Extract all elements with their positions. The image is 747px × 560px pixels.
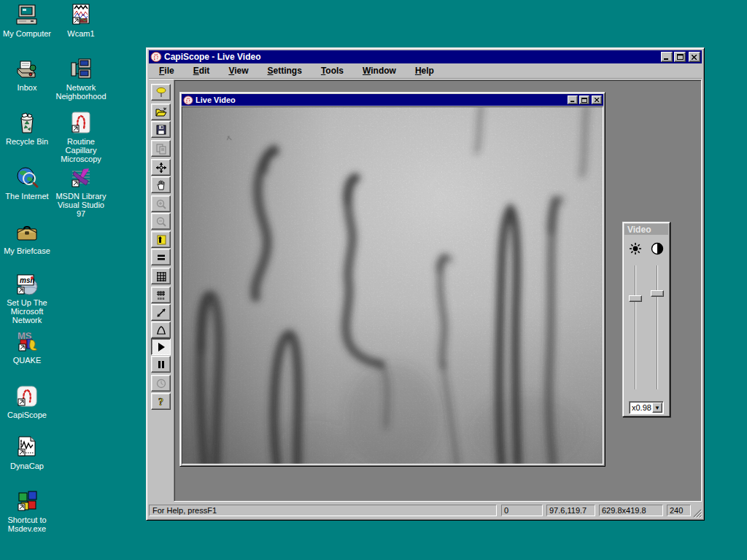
brightness-slider-track[interactable] — [635, 265, 636, 389]
zoom-out-button — [151, 213, 171, 230]
grid-button[interactable] — [151, 268, 171, 284]
resize-grip[interactable] — [692, 508, 702, 518]
window-title: CapiScope - Live Video — [164, 52, 659, 62]
open-folder-icon — [155, 106, 167, 118]
live-video-window: Live Video — [179, 92, 605, 467]
contrast-icon — [651, 242, 664, 255]
child-close-button[interactable] — [592, 96, 602, 104]
menu-edit[interactable]: Edit — [189, 64, 214, 77]
pause-icon — [155, 359, 167, 370]
desktop-icon-label: Wcam1 — [55, 29, 107, 38]
desktop-icon-capiscope[interactable]: CapiScope — [1, 384, 53, 419]
desktop-icon-label: Routine Capillary Microscopy — [55, 137, 107, 163]
desktop-icon-the-internet[interactable]: The Internet — [1, 166, 53, 201]
video-palette-titlebar[interactable]: Video — [624, 224, 668, 235]
statusbar: For Help, pressF1 0 97.6,119.7 629.8x419… — [149, 503, 702, 518]
status-panel-size: 629.8x419.8 — [599, 505, 663, 516]
child-maximize-button[interactable] — [579, 96, 589, 104]
contrast-slider[interactable] — [650, 265, 665, 389]
desktop-icon-label: MSDN Library Visual Studio 97 — [55, 192, 107, 218]
menu-help[interactable]: Help — [411, 64, 438, 77]
maximize-button[interactable] — [674, 52, 686, 62]
copy-button — [151, 140, 171, 157]
measure-line-icon — [155, 307, 167, 319]
child-minimize-button[interactable] — [568, 96, 578, 104]
dynacap-icon — [15, 435, 39, 460]
save-button[interactable] — [151, 121, 171, 138]
video-palette-title: Video — [627, 225, 651, 235]
video-palette: Video — [622, 222, 670, 417]
live-video-titlebar[interactable]: Live Video — [182, 94, 603, 106]
status-panel-position: 97.6,119.7 — [546, 505, 595, 516]
desktop-icon-label: Network Neighborhood — [55, 83, 107, 101]
contrast-slider-track[interactable] — [657, 265, 658, 389]
desktop-icon-label: Set Up The Microsoft Network — [1, 298, 53, 324]
zoom-out-icon — [155, 216, 167, 228]
video-zoom-select[interactable]: x0.98 ▼ — [629, 401, 664, 414]
menu-tools[interactable]: Tools — [317, 64, 348, 77]
desktop-icon-msdev-shortcut[interactable]: Shortcut to Msdev.exe — [1, 489, 53, 533]
measure-line-button[interactable] — [151, 304, 171, 321]
menu-file[interactable]: File — [155, 64, 179, 77]
live-video-icon — [183, 96, 193, 105]
desktop: { "colors": { "desktop": "#008080", "tit… — [0, 0, 747, 560]
open-button[interactable] — [151, 104, 171, 120]
contrast-slider-thumb[interactable] — [651, 290, 664, 297]
chevron-down-icon[interactable]: ▼ — [652, 402, 662, 413]
equals-button[interactable] — [151, 249, 171, 265]
desktop-icon-msdn-library[interactable]: MSDN Library Visual Studio 97 — [55, 166, 107, 218]
desktop-icon-network-neighborhood[interactable]: Network Neighborhood — [55, 57, 107, 101]
brightness-slider[interactable] — [628, 265, 643, 389]
desktop-icon-inbox[interactable]: Inbox — [1, 57, 53, 92]
pan-button[interactable] — [151, 176, 171, 193]
menu-window[interactable]: Window — [358, 64, 400, 77]
app-icon — [150, 52, 162, 62]
mdi-workspace: Live Video — [174, 79, 702, 502]
curve-button[interactable] — [151, 322, 171, 338]
my-briefcase-icon — [15, 220, 39, 245]
desktop-icon-recycle-bin[interactable]: Recycle Bin — [1, 111, 53, 146]
zoom-in-icon — [155, 198, 167, 210]
close-button[interactable] — [689, 52, 700, 62]
grid-icon — [155, 271, 167, 282]
desktop-icon-label: CapiScope — [1, 411, 53, 419]
live-video-feed — [182, 106, 603, 464]
pause-button[interactable] — [151, 356, 171, 373]
menu-settings[interactable]: Settings — [263, 64, 306, 77]
desktop-icon-label: My Computer — [1, 29, 53, 38]
menu-view[interactable]: View — [224, 64, 252, 77]
help-icon: ? — [155, 396, 167, 408]
setup-msn-icon: msn — [15, 272, 39, 297]
curve-icon — [155, 324, 167, 336]
desktop-icon-my-briefcase[interactable]: My Briefcase — [1, 220, 53, 255]
minimize-button[interactable] — [661, 52, 673, 62]
desktop-icon-dynacap[interactable]: DynaCap — [1, 435, 53, 470]
desktop-icon-routine-capillary-microscopy[interactable]: Routine Capillary Microscopy — [55, 111, 107, 163]
routine-capillary-microscopy-icon — [69, 111, 93, 136]
my-computer-icon — [15, 3, 39, 28]
desktop-icon-wcam1[interactable]: Wcam1 — [55, 3, 107, 38]
desktop-icon-setup-msn[interactable]: msn Set Up The Microsoft Network — [1, 272, 53, 324]
desktop-icon-my-computer[interactable]: My Computer — [1, 3, 53, 38]
menubar: File Edit View Settings Tools Window Hel… — [149, 63, 702, 79]
desktop-icon-label: DynaCap — [1, 462, 53, 470]
capture-button[interactable] — [151, 231, 171, 248]
brightness-icon — [629, 242, 642, 255]
fine-grid-icon — [155, 289, 167, 301]
brightness-slider-thumb[interactable] — [629, 295, 642, 302]
copy-icon — [155, 143, 167, 155]
desktop-icon-label: The Internet — [1, 192, 53, 201]
help-button[interactable]: ? — [151, 393, 171, 410]
main-window: CapiScope - Live Video File Edit View Se… — [146, 47, 705, 521]
main-titlebar[interactable]: CapiScope - Live Video — [149, 50, 702, 63]
fine-grid-button[interactable] — [151, 287, 171, 303]
pin-button[interactable] — [151, 84, 171, 101]
desktop-icon-label: Inbox — [1, 83, 53, 92]
desktop-icon-quake[interactable]: MS QUAKE — [1, 330, 53, 365]
play-button[interactable] — [151, 338, 171, 355]
wcam1-icon — [69, 3, 93, 28]
desktop-icon-label: Recycle Bin — [1, 137, 53, 146]
move-crosshair-icon — [155, 162, 167, 174]
move-button[interactable] — [151, 159, 171, 176]
quake-icon: MS — [15, 330, 39, 354]
